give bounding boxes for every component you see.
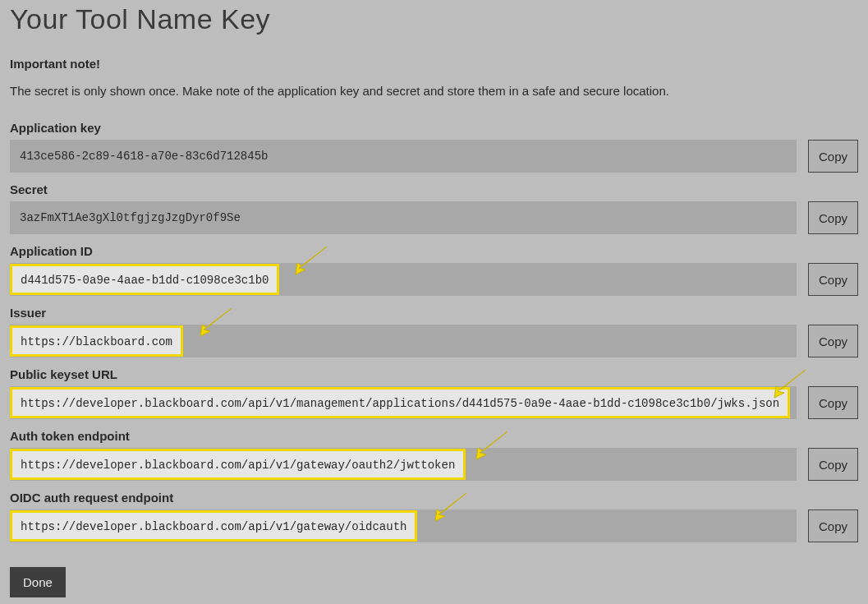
auth-token-value-container: https://developer.blackboard.com/api/v1/… bbox=[10, 448, 797, 481]
application-key-label: Application key bbox=[10, 121, 858, 135]
public-keyset-value: https://developer.blackboard.com/api/v1/… bbox=[21, 397, 779, 410]
application-id-highlight: d441d575-0a9e-4aae-b1dd-c1098ce3c1b0 bbox=[10, 264, 279, 295]
secret-value: 3azFmXT1Ae3gXl0tfgjzgJzgDyr0f9Se bbox=[10, 203, 250, 233]
done-button[interactable]: Done bbox=[10, 567, 66, 597]
copy-application-key-button[interactable]: Copy bbox=[808, 140, 858, 173]
application-key-value-container: 413ce586-2c89-4618-a70e-83c6d712845b bbox=[10, 140, 797, 173]
secret-label: Secret bbox=[10, 182, 858, 196]
copy-oidc-auth-button[interactable]: Copy bbox=[808, 509, 858, 542]
application-id-label: Application ID bbox=[10, 244, 858, 258]
page-title: Your Tool Name Key bbox=[10, 3, 858, 35]
copy-auth-token-button[interactable]: Copy bbox=[808, 448, 858, 481]
copy-application-id-button[interactable]: Copy bbox=[808, 263, 858, 296]
application-id-block: Application ID d441d575-0a9e-4aae-b1dd-c… bbox=[10, 244, 858, 296]
auth-token-label: Auth token endpoint bbox=[10, 429, 858, 443]
copy-public-keyset-button[interactable]: Copy bbox=[808, 386, 858, 419]
public-keyset-highlight: https://developer.blackboard.com/api/v1/… bbox=[10, 387, 790, 418]
important-note-label: Important note! bbox=[10, 57, 858, 71]
oidc-auth-label: OIDC auth request endpoint bbox=[10, 491, 858, 505]
oidc-auth-block: OIDC auth request endpoint https://devel… bbox=[10, 491, 858, 542]
copy-issuer-button[interactable]: Copy bbox=[808, 325, 858, 357]
application-id-value: d441d575-0a9e-4aae-b1dd-c1098ce3c1b0 bbox=[21, 274, 269, 287]
public-keyset-block: Public keyset URL https://developer.blac… bbox=[10, 367, 858, 419]
secret-note-text: The secret is only shown once. Make note… bbox=[10, 84, 858, 98]
public-keyset-label: Public keyset URL bbox=[10, 367, 858, 381]
application-id-value-container: d441d575-0a9e-4aae-b1dd-c1098ce3c1b0 bbox=[10, 263, 797, 296]
oidc-auth-highlight: https://developer.blackboard.com/api/v1/… bbox=[10, 510, 417, 542]
secret-block: Secret 3azFmXT1Ae3gXl0tfgjzgJzgDyr0f9Se … bbox=[10, 182, 858, 234]
oidc-auth-value-container: https://developer.blackboard.com/api/v1/… bbox=[10, 509, 797, 542]
application-key-block: Application key 413ce586-2c89-4618-a70e-… bbox=[10, 121, 858, 173]
issuer-highlight: https://blackboard.com bbox=[10, 325, 183, 357]
issuer-block: Issuer https://blackboard.com Copy bbox=[10, 306, 858, 357]
oidc-auth-value: https://developer.blackboard.com/api/v1/… bbox=[21, 520, 406, 533]
issuer-value-container: https://blackboard.com bbox=[10, 325, 797, 357]
auth-token-block: Auth token endpoint https://developer.bl… bbox=[10, 429, 858, 481]
auth-token-highlight: https://developer.blackboard.com/api/v1/… bbox=[10, 449, 466, 480]
public-keyset-value-container: https://developer.blackboard.com/api/v1/… bbox=[10, 386, 797, 419]
application-key-value: 413ce586-2c89-4618-a70e-83c6d712845b bbox=[10, 141, 278, 171]
issuer-value: https://blackboard.com bbox=[21, 335, 172, 348]
auth-token-value: https://developer.blackboard.com/api/v1/… bbox=[21, 459, 455, 472]
secret-value-container: 3azFmXT1Ae3gXl0tfgjzgJzgDyr0f9Se bbox=[10, 201, 797, 234]
copy-secret-button[interactable]: Copy bbox=[808, 201, 858, 234]
issuer-label: Issuer bbox=[10, 306, 858, 320]
